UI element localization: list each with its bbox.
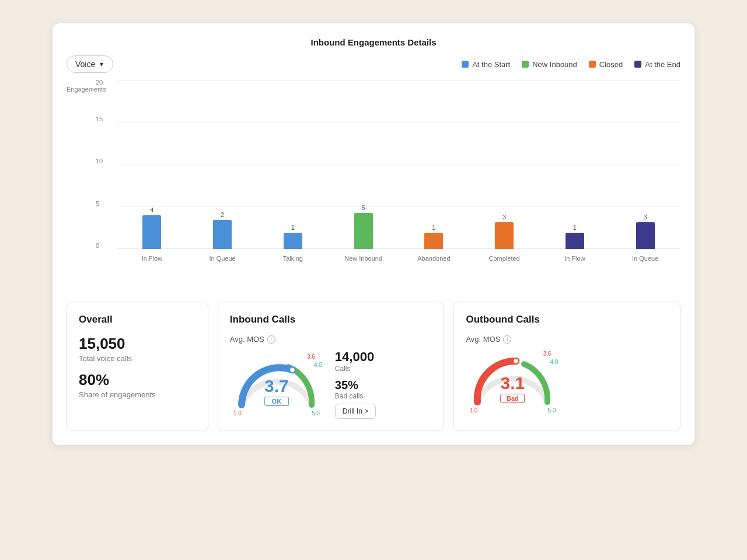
svg-point-0 — [289, 367, 295, 373]
inbound-title: Inbound Calls — [230, 314, 432, 326]
chevron-down-icon: ▾ — [100, 60, 103, 68]
y-tick-20: 20 — [96, 79, 103, 86]
inbound-calls-label: Calls — [335, 365, 432, 373]
bar-label-in-flow-end: In Flow — [564, 255, 585, 262]
inbound-gauge-inner: 3.7 OK 1.0 5.0 3.6 4.0 14,000 Calls 35% … — [230, 349, 432, 419]
bottom-cards: Overall 15,050 Total voice calls 80% Sha… — [67, 302, 680, 431]
inbound-calls-value: 14,000 — [335, 349, 432, 365]
total-calls-stat: 15,050 Total voice calls — [79, 335, 196, 363]
outbound-tick-36: 3.6 — [543, 351, 551, 357]
bar-label-in-flow: In Flow — [142, 255, 162, 262]
legend-color-new — [522, 61, 529, 68]
inbound-stats: 14,000 Calls 35% Bad calls Drill In > — [335, 349, 432, 419]
main-container: Inbound Engagements Details Voice ▾ At t… — [53, 23, 694, 445]
bar-value-in-queue: 2 — [221, 211, 224, 218]
share-value: 80% — [79, 371, 196, 389]
bar-rect-new-inbound — [354, 213, 373, 249]
bar-label-completed: Completed — [489, 255, 520, 262]
chart-controls: Voice ▾ At the Start New Inbound Closed — [67, 55, 680, 73]
bar-group-abandoned: 1 Abandoned — [399, 80, 469, 249]
bar-value-in-flow-end: 1 — [573, 224, 577, 231]
legend-item-new: New Inbound — [522, 60, 577, 69]
chart-title: Inbound Engagements Details — [67, 37, 680, 47]
outbound-title: Outbound Calls — [466, 314, 668, 326]
outbound-gauge-value-container: 3.1 Bad — [501, 373, 525, 403]
bar-group-in-flow-end: 1 In Flow — [540, 80, 610, 249]
legend-item-start: At the Start — [462, 60, 510, 69]
bar-label-abandoned: Abandoned — [417, 255, 450, 262]
inbound-bad-calls-pct: 35% — [335, 379, 432, 392]
info-icon-inbound[interactable]: i — [267, 335, 275, 344]
y-axis-ticks: 0 5 10 15 20 — [96, 80, 117, 249]
y-tick-5: 5 — [96, 200, 99, 207]
legend-label-start: At the Start — [472, 60, 510, 69]
bar-rect-in-queue — [213, 220, 232, 249]
legend-item-closed: Closed — [589, 60, 623, 69]
voice-dropdown[interactable]: Voice ▾ — [67, 55, 113, 73]
bar-label-talking: Talking — [283, 255, 303, 262]
bar-value-new-inbound: 5 — [362, 204, 365, 211]
bar-rect-talking — [284, 233, 302, 249]
bar-chart-area: 0 5 10 15 20 — [96, 80, 680, 267]
legend-color-start — [462, 61, 469, 68]
legend-color-end — [634, 61, 641, 68]
bar-rect-in-flow-end — [566, 233, 584, 249]
y-tick-10: 10 — [96, 158, 103, 164]
inbound-tick-40: 4.0 — [314, 362, 322, 368]
y-tick-15: 15 — [96, 116, 103, 123]
inbound-tick-36: 3.6 — [307, 354, 315, 360]
grid-lines: 4 In Flow 2 In Queue — [117, 80, 680, 249]
bar-rect-abandoned — [424, 233, 443, 249]
inbound-avg-mos-label: Avg. MOS i — [230, 335, 432, 344]
total-calls-label: Total voice calls — [79, 354, 196, 363]
legend-item-end: At the End — [634, 60, 680, 69]
bar-rect-in-flow — [142, 215, 161, 249]
bar-label-new-inbound: New Inbound — [344, 255, 382, 262]
bar-value-talking: 1 — [291, 224, 295, 231]
bar-label-in-queue-end: In Queue — [632, 255, 658, 262]
bar-value-completed: 3 — [502, 214, 506, 220]
outbound-tick-min: 1.0 — [469, 407, 477, 414]
bar-label-in-queue: In Queue — [209, 255, 235, 262]
bar-group-in-queue: 2 In Queue — [187, 80, 258, 249]
bar-chart-wrapper: Engagements 0 5 10 15 20 — [67, 80, 680, 290]
outbound-gauge-status: Bad — [501, 394, 525, 403]
bar-group-in-queue-end: 3 In Queue — [610, 80, 680, 249]
chart-legend: At the Start New Inbound Closed At the E… — [462, 60, 680, 69]
outbound-tick-max: 5.0 — [548, 407, 556, 414]
share-stat: 80% Share of engagements — [79, 371, 196, 399]
outbound-card: Outbound Calls Avg. MOS i — [453, 302, 680, 431]
legend-label-closed: Closed — [599, 60, 623, 69]
outbound-tick-40: 4.0 — [550, 359, 558, 365]
inbound-tick-max: 5.0 — [312, 410, 320, 416]
inbound-card: Inbound Calls Avg. MOS i — [218, 302, 445, 431]
bar-value-in-flow: 4 — [150, 206, 153, 214]
drill-in-button[interactable]: Drill In > — [335, 404, 376, 419]
bar-group-in-flow: 4 In Flow — [117, 80, 187, 249]
outbound-gauge-number: 3.1 — [501, 373, 525, 393]
inbound-bad-calls-label: Bad calls — [335, 392, 432, 400]
legend-label-new: New Inbound — [532, 60, 577, 69]
bar-rect-completed — [495, 222, 514, 249]
outbound-avg-mos-label: Avg. MOS i — [466, 335, 668, 344]
inbound-gauge-number: 3.7 — [264, 376, 289, 396]
overall-title: Overall — [79, 314, 196, 326]
inbound-gauge: 3.7 OK 1.0 5.0 3.6 4.0 — [230, 352, 323, 416]
chart-section: Inbound Engagements Details Voice ▾ At t… — [67, 37, 680, 290]
outbound-gauge: 3.1 Bad 1.0 5.0 3.6 4.0 — [466, 349, 559, 414]
inbound-gauge-status: OK — [264, 397, 289, 406]
svg-point-1 — [513, 358, 519, 364]
bars-container: 4 In Flow 2 In Queue — [117, 80, 680, 249]
legend-label-end: At the End — [645, 60, 680, 69]
inbound-tick-min: 1.0 — [233, 410, 242, 416]
outbound-gauge-inner: 3.1 Bad 1.0 5.0 3.6 4.0 — [466, 349, 668, 414]
total-calls-value: 15,050 — [79, 335, 196, 353]
bar-group-completed: 3 Completed — [469, 80, 540, 249]
bar-group-talking: 1 Talking — [258, 80, 329, 249]
info-icon-outbound[interactable]: i — [503, 335, 511, 344]
bar-group-new-inbound: 5 New Inbound — [328, 80, 399, 249]
y-tick-0: 0 — [96, 242, 99, 249]
bar-value-abandoned: 1 — [432, 224, 435, 231]
bar-value-in-queue-end: 3 — [644, 214, 647, 220]
share-label: Share of engagements — [79, 390, 196, 399]
